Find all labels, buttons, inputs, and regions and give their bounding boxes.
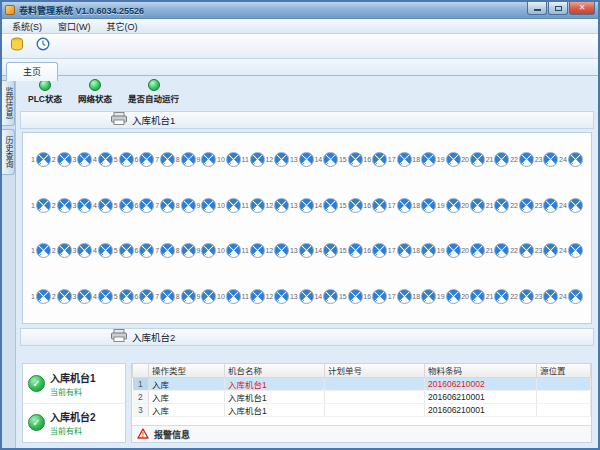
coil-icon[interactable]	[77, 198, 92, 213]
machine-list-item[interactable]: ✓入库机台2当前有料	[23, 404, 125, 443]
coil-icon[interactable]	[119, 152, 134, 167]
coil-icon[interactable]	[201, 198, 216, 213]
coil-icon[interactable]	[446, 198, 461, 213]
coil-icon[interactable]	[446, 243, 461, 258]
coil-icon[interactable]	[250, 289, 265, 304]
coil-icon[interactable]	[421, 152, 436, 167]
maximize-button[interactable]	[548, 2, 568, 15]
coil-icon[interactable]	[181, 198, 196, 213]
coil-icon[interactable]	[299, 198, 314, 213]
coil-icon[interactable]	[36, 198, 51, 213]
coil-icon[interactable]	[77, 152, 92, 167]
coil-icon[interactable]	[494, 152, 509, 167]
coil-icon[interactable]	[397, 198, 412, 213]
coil-icon[interactable]	[470, 152, 485, 167]
coil-icon[interactable]	[98, 243, 113, 258]
coil-icon[interactable]	[98, 152, 113, 167]
coil-icon[interactable]	[274, 243, 289, 258]
coil-icon[interactable]	[181, 152, 196, 167]
coil-icon[interactable]	[57, 198, 72, 213]
coil-icon[interactable]	[226, 243, 241, 258]
coil-icon[interactable]	[348, 152, 363, 167]
coil-icon[interactable]	[77, 243, 92, 258]
coil-icon[interactable]	[274, 289, 289, 304]
coil-icon[interactable]	[543, 243, 558, 258]
side-tab[interactable]: 监控信息	[2, 80, 15, 126]
coil-icon[interactable]	[470, 198, 485, 213]
coil-icon[interactable]	[77, 289, 92, 304]
coil-icon[interactable]	[139, 152, 154, 167]
coil-icon[interactable]	[119, 198, 134, 213]
close-button[interactable]: ✕	[569, 2, 595, 15]
coil-icon[interactable]	[568, 289, 583, 304]
coil-icon[interactable]	[57, 152, 72, 167]
coil-icon[interactable]	[397, 152, 412, 167]
coil-icon[interactable]	[470, 289, 485, 304]
coil-icon[interactable]	[226, 198, 241, 213]
coil-icon[interactable]	[139, 243, 154, 258]
table-row[interactable]: 2入库入库机台1201606210001	[133, 390, 591, 403]
coil-icon[interactable]	[274, 152, 289, 167]
coil-icon[interactable]	[119, 243, 134, 258]
coil-icon[interactable]	[543, 198, 558, 213]
coil-icon[interactable]	[119, 289, 134, 304]
coil-icon[interactable]	[519, 289, 534, 304]
coil-icon[interactable]	[494, 289, 509, 304]
coil-icon[interactable]	[543, 289, 558, 304]
minimize-button[interactable]	[527, 2, 547, 15]
table-row[interactable]: 1入库入库机台1201606210002	[133, 377, 591, 390]
menu-item[interactable]: 系统(S)	[4, 19, 50, 34]
coil-icon[interactable]	[372, 289, 387, 304]
coil-icon[interactable]	[323, 198, 338, 213]
coil-icon[interactable]	[519, 198, 534, 213]
coil-icon[interactable]	[160, 152, 175, 167]
coil-icon[interactable]	[98, 198, 113, 213]
coil-icon[interactable]	[543, 152, 558, 167]
coil-icon[interactable]	[372, 198, 387, 213]
coil-icon[interactable]	[348, 243, 363, 258]
coil-icon[interactable]	[519, 243, 534, 258]
coil-icon[interactable]	[397, 289, 412, 304]
coil-icon[interactable]	[139, 198, 154, 213]
coil-icon[interactable]	[421, 289, 436, 304]
coil-icon[interactable]	[323, 152, 338, 167]
coil-icon[interactable]	[181, 289, 196, 304]
coil-icon[interactable]	[250, 152, 265, 167]
coil-icon[interactable]	[494, 243, 509, 258]
coil-icon[interactable]	[372, 152, 387, 167]
coil-icon[interactable]	[323, 289, 338, 304]
coil-icon[interactable]	[201, 289, 216, 304]
coil-icon[interactable]	[274, 198, 289, 213]
coil-icon[interactable]	[446, 152, 461, 167]
coil-icon[interactable]	[36, 243, 51, 258]
coil-icon[interactable]	[139, 289, 154, 304]
coil-icon[interactable]	[568, 152, 583, 167]
coil-icon[interactable]	[36, 152, 51, 167]
coil-icon[interactable]	[299, 152, 314, 167]
coil-icon[interactable]	[250, 198, 265, 213]
coil-icon[interactable]	[98, 289, 113, 304]
coil-icon[interactable]	[160, 243, 175, 258]
coil-icon[interactable]	[181, 243, 196, 258]
coil-icon[interactable]	[372, 243, 387, 258]
database-toolbar-button[interactable]	[5, 36, 29, 57]
coil-icon[interactable]	[494, 198, 509, 213]
coil-icon[interactable]	[323, 243, 338, 258]
menu-item[interactable]: 窗口(W)	[50, 19, 99, 34]
coil-icon[interactable]	[226, 152, 241, 167]
coil-icon[interactable]	[470, 243, 485, 258]
menu-item[interactable]: 其它(O)	[99, 19, 146, 34]
coil-icon[interactable]	[160, 289, 175, 304]
coil-icon[interactable]	[226, 289, 241, 304]
coil-icon[interactable]	[299, 289, 314, 304]
coil-icon[interactable]	[421, 243, 436, 258]
coil-icon[interactable]	[421, 198, 436, 213]
coil-icon[interactable]	[568, 243, 583, 258]
coil-icon[interactable]	[348, 198, 363, 213]
coil-icon[interactable]	[201, 243, 216, 258]
tab-home[interactable]: 主页	[6, 62, 58, 81]
side-tab[interactable]: 历史查询	[2, 129, 15, 175]
coil-icon[interactable]	[201, 152, 216, 167]
coil-icon[interactable]	[160, 198, 175, 213]
coil-icon[interactable]	[250, 243, 265, 258]
